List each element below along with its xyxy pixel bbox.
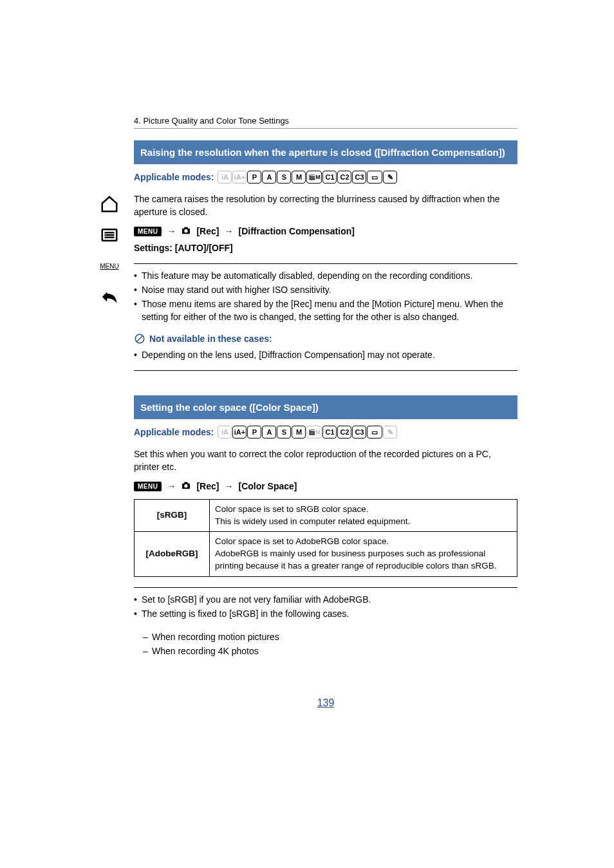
mode-icons: iAiA+PASM🎬MC1C2C3▭✎ — [218, 426, 397, 439]
mode-icon: C1 — [322, 426, 337, 439]
arrow-icon: → — [224, 226, 233, 236]
section1-heading: Raising the resolution when the aperture… — [134, 140, 517, 164]
color-space-table: [sRGB]Color space is set to sRGB color s… — [134, 499, 517, 577]
svg-line-8 — [137, 335, 143, 341]
list-item: Depending on the lens used, [Diffraction… — [134, 348, 517, 361]
section2-heading: Setting the color space ([Color Space]) — [134, 395, 517, 419]
section2-subnotes: When recording motion picturesWhen recor… — [143, 630, 517, 659]
svg-rect-5 — [185, 227, 188, 229]
mode-icon: iA — [218, 171, 232, 184]
option-desc: Color space is set to AdobeRGB color spa… — [210, 532, 517, 577]
arrow-icon: → — [224, 481, 233, 491]
mode-icon: ✎ — [383, 426, 397, 439]
not-available-icon — [134, 333, 145, 344]
section2-notes: Set to [sRGB] if you are not very famili… — [134, 593, 517, 621]
svg-point-6 — [185, 229, 188, 232]
page-content: 4. Picture Quality and Color Tone Settin… — [134, 116, 614, 709]
mode-icon: A — [262, 171, 276, 184]
option-desc: Color space is set to sRGB color space.T… — [210, 499, 517, 532]
mode-icon: S — [277, 426, 291, 439]
arrow-icon: → — [167, 481, 176, 491]
home-icon[interactable] — [98, 193, 120, 215]
mode-icon: iA — [218, 426, 232, 439]
divider — [134, 370, 517, 371]
mode-icon: C3 — [352, 426, 366, 439]
list-item: Set to [sRGB] if you are not very famili… — [134, 593, 517, 606]
table-row: [AdobeRGB]Color space is set to AdobeRGB… — [135, 532, 517, 577]
camera-icon — [181, 480, 191, 493]
mode-icon: C2 — [337, 426, 351, 439]
section1-applicable-modes: Applicable modes: iAiA+PASM🎬MC1C2C3▭✎ — [134, 171, 517, 184]
not-available-heading: Not available in these cases: — [134, 333, 517, 344]
page-number[interactable]: 139 — [134, 697, 517, 709]
list-item: The setting is fixed to [sRGB] in the fo… — [134, 607, 517, 620]
breadcrumb: 4. Picture Quality and Color Tone Settin… — [134, 116, 517, 129]
section1-settings: Settings: [AUTO]/[OFF] — [134, 243, 517, 253]
section2-intro: Set this when you want to correct the co… — [134, 448, 517, 474]
svg-rect-10 — [185, 482, 188, 484]
sidebar: MENU — [90, 116, 129, 709]
mode-icon: P — [247, 171, 261, 184]
section2-applicable-modes: Applicable modes: iAiA+PASM🎬MC1C2C3▭✎ — [134, 426, 517, 439]
divider — [134, 263, 517, 264]
mode-icon: ▭ — [367, 171, 382, 184]
mode-icon: C1 — [322, 171, 337, 184]
applicable-label: Applicable modes: — [134, 427, 214, 437]
mode-icon: M — [292, 171, 306, 184]
menu-rec: [Rec] — [196, 481, 219, 491]
mode-icon: P — [247, 426, 261, 439]
mode-icon: A — [262, 426, 276, 439]
list-item: When recording motion pictures — [143, 630, 517, 644]
mode-icon: iA+ — [232, 171, 247, 184]
section1-intro: The camera raises the resolution by corr… — [134, 193, 517, 219]
list-item: Noise may stand out with higher ISO sens… — [134, 283, 517, 296]
list-item: When recording 4K photos — [143, 644, 517, 658]
mode-icons: iAiA+PASM🎬MC1C2C3▭✎ — [218, 171, 397, 184]
menu-pill-icon: MENU — [134, 227, 162, 236]
not-available-label: Not available in these cases: — [149, 334, 272, 344]
mode-icon: 🎬M — [306, 171, 322, 184]
section1-na-notes: Depending on the lens used, [Diffraction… — [134, 348, 517, 361]
menu-rec: [Rec] — [196, 226, 219, 236]
list-item: This feature may be automatically disabl… — [134, 269, 517, 282]
menu-pill-icon: MENU — [134, 482, 162, 491]
section1-notes: This feature may be automatically disabl… — [134, 269, 517, 324]
contents-icon[interactable] — [98, 224, 120, 246]
section2-menu-path: MENU → [Rec] → [Color Space] — [134, 480, 517, 493]
option-name: [AdobeRGB] — [135, 532, 210, 577]
camera-icon — [181, 225, 191, 238]
menu-text-icon[interactable]: MENU — [98, 255, 120, 277]
menu-item: [Diffraction Compensation] — [238, 226, 354, 236]
mode-icon: C2 — [337, 171, 351, 184]
section1-menu-path: MENU → [Rec] → [Diffraction Compensation… — [134, 225, 517, 238]
table-row: [sRGB]Color space is set to sRGB color s… — [135, 499, 517, 532]
back-icon[interactable] — [98, 286, 120, 308]
mode-icon: ▭ — [367, 426, 382, 439]
arrow-icon: → — [167, 226, 176, 236]
list-item: Those menu items are shared by the [Rec]… — [134, 297, 517, 324]
option-name: [sRGB] — [135, 499, 210, 532]
divider — [134, 587, 517, 588]
mode-icon: M — [292, 426, 306, 439]
svg-point-11 — [185, 484, 188, 487]
applicable-label: Applicable modes: — [134, 172, 214, 182]
menu-item: [Color Space] — [238, 481, 297, 491]
mode-icon: 🎬M — [306, 426, 322, 439]
mode-icon: C3 — [352, 171, 366, 184]
mode-icon: S — [277, 171, 291, 184]
mode-icon: iA+ — [232, 426, 247, 439]
mode-icon: ✎ — [383, 171, 397, 184]
